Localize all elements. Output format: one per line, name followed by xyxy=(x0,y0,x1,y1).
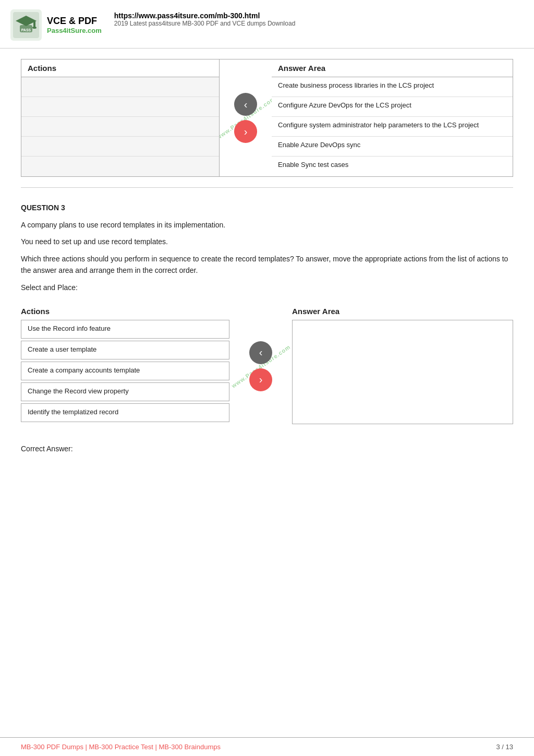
section1-answer-0: Create business process libraries in the… xyxy=(272,77,513,97)
section1-answer-2: Configure system administrator help para… xyxy=(272,117,513,137)
section2-action-4[interactable]: Identify the templatized record xyxy=(21,403,229,422)
section2-action-0[interactable]: Use the Record info feature xyxy=(21,320,229,339)
question-para-2: You need to set up and use record templa… xyxy=(21,236,513,247)
question3-block: QUESTION 3 A company plans to use record… xyxy=(21,203,513,293)
section1-answer-3: Enable Azure DevOps sync xyxy=(272,137,513,157)
question-number: QUESTION 3 xyxy=(21,203,513,212)
section1-table: Actions www.Pass4itsure.com ‹ › Answer A… xyxy=(21,59,513,177)
logo-text: VCE & PDF Pass4itSure.com xyxy=(47,16,102,34)
watermark1: www.Pass4itsure.com xyxy=(220,59,272,176)
section1-answer-col: Answer Area Create business process libr… xyxy=(272,59,513,176)
section2-answer-area[interactable] xyxy=(292,320,513,424)
logo-pass: Pass4itSure.com xyxy=(47,27,102,34)
logo-vce: VCE & PDF xyxy=(47,16,102,27)
content: Actions www.Pass4itsure.com ‹ › Answer A… xyxy=(0,49,534,474)
section1-action-3 xyxy=(21,137,219,157)
section1-answer-1: Configure Azure DevOps for the LCS proje… xyxy=(272,97,513,117)
footer: MB-300 PDF Dumps MB-300 Practice Test MB… xyxy=(0,737,534,756)
question-para-3: Which three actions should you perform i… xyxy=(21,253,513,277)
header: PASS VCE & PDF Pass4itSure.com https://w… xyxy=(0,0,534,49)
section2-actions-col: Actions Use the Record info feature Crea… xyxy=(21,304,229,429)
svg-point-4 xyxy=(32,27,37,29)
section1-answer-4: Enable Sync test cases xyxy=(272,157,513,176)
section1-actions-col: Actions xyxy=(21,59,220,176)
section2-wrapper: Actions Use the Record info feature Crea… xyxy=(21,304,513,429)
footer-link-3[interactable]: MB-300 Braindumps xyxy=(159,743,221,751)
section1-action-2 xyxy=(21,117,219,137)
section1-action-4 xyxy=(21,157,219,176)
right-arrow-btn-2[interactable]: › xyxy=(249,368,272,391)
svg-text:PASS: PASS xyxy=(21,28,31,32)
logo-box: PASS VCE & PDF Pass4itSure.com xyxy=(10,9,102,41)
section2-actions-header: Actions xyxy=(21,304,229,320)
header-info: https://www.pass4itsure.com/mb-300.html … xyxy=(114,9,296,27)
footer-link-1[interactable]: MB-300 PDF Dumps xyxy=(21,743,89,751)
logo-icon: PASS xyxy=(10,9,42,41)
correct-answer-text: Correct Answer: xyxy=(21,445,73,453)
section1-actions-body xyxy=(21,77,219,176)
section2-answer-col: Answer Area xyxy=(292,304,513,429)
left-arrow-btn-1[interactable]: ‹ xyxy=(234,93,257,116)
footer-link-2[interactable]: MB-300 Practice Test xyxy=(89,743,159,751)
footer-links: MB-300 PDF Dumps MB-300 Practice Test MB… xyxy=(21,743,221,751)
section2-answer-header: Answer Area xyxy=(292,304,513,320)
right-arrow-btn-1[interactable]: › xyxy=(234,120,257,143)
header-desc: 2019 Latest pass4itsure MB-300 PDF and V… xyxy=(114,20,296,27)
svg-rect-3 xyxy=(33,21,35,27)
watermark2: www.Pass4itsure.com xyxy=(229,304,292,429)
section2-action-1[interactable]: Create a user template xyxy=(21,341,229,359)
section1-actions-header: Actions xyxy=(21,59,219,77)
question-para-4: Select and Place: xyxy=(21,282,513,293)
section2-action-2[interactable]: Create a company accounts template xyxy=(21,362,229,380)
footer-page: 3 / 13 xyxy=(496,743,513,751)
section1-action-1 xyxy=(21,97,219,117)
section2-action-3[interactable]: Change the Record view property xyxy=(21,382,229,401)
section1-action-0 xyxy=(21,77,219,97)
correct-answer-label: Correct Answer: xyxy=(21,445,513,453)
logo-line1: VCE & PDF xyxy=(47,16,97,26)
section2-middle: www.Pass4itsure.com ‹ › xyxy=(229,304,292,429)
section1-answer-body: Create business process libraries in the… xyxy=(272,77,513,176)
left-arrow-btn-2[interactable]: ‹ xyxy=(249,341,272,364)
header-url: https://www.pass4itsure.com/mb-300.html xyxy=(114,11,296,20)
section1-answer-header: Answer Area xyxy=(272,59,513,77)
section1-middle: www.Pass4itsure.com ‹ › xyxy=(220,59,272,176)
question-para-1: A company plans to use record templates … xyxy=(21,219,513,231)
